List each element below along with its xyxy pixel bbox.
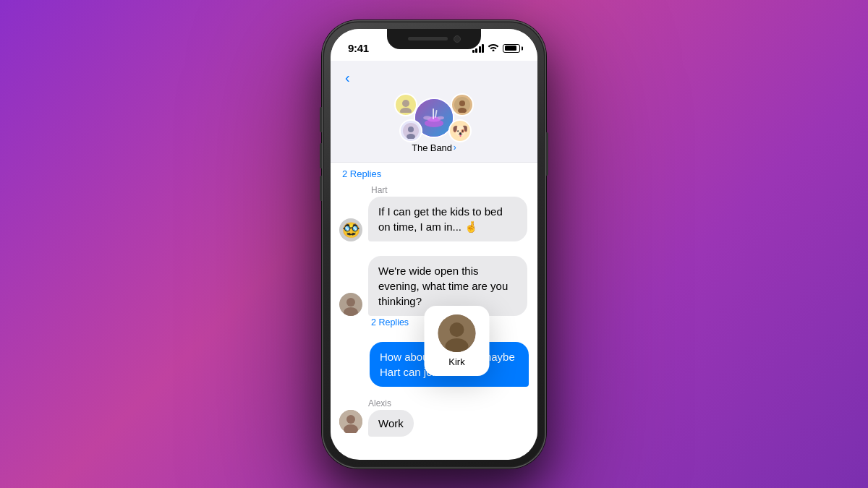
camera	[454, 35, 461, 43]
replies-link-1[interactable]: 2 Replies	[331, 163, 537, 182]
messages-area: 2 Replies Hart 🥸 If I can get the kids t…	[331, 163, 537, 440]
status-time: 9:41	[348, 42, 369, 54]
phone-wrapper: 9:41	[322, 20, 546, 468]
group-name-text: The Band	[412, 142, 452, 153]
group-avatars: 🐶	[391, 93, 477, 142]
group-name[interactable]: The Band ›	[412, 142, 456, 153]
back-button[interactable]: ‹	[342, 67, 353, 89]
phone-screen: 9:41	[331, 29, 537, 460]
svg-point-8	[423, 116, 431, 120]
alexis-row: Alexis Work	[331, 395, 537, 440]
svg-point-3	[459, 100, 465, 106]
header: ‹	[331, 61, 537, 163]
svg-point-22	[450, 322, 464, 337]
svg-point-16	[346, 298, 355, 307]
sender-name-1: Hart	[371, 185, 529, 195]
svg-point-19	[346, 415, 355, 424]
battery-fill	[505, 46, 516, 51]
speaker	[408, 37, 448, 40]
hart-avatar: 🥸	[339, 218, 362, 241]
status-icons	[472, 43, 521, 53]
svg-point-13	[408, 127, 414, 132]
notch	[387, 29, 481, 49]
mention-popup[interactable]: Kirk	[425, 306, 490, 376]
battery-icon	[503, 44, 520, 53]
svg-point-9	[438, 116, 444, 119]
avatar-br: 🐶	[448, 119, 472, 142]
avatar-tr	[451, 93, 474, 116]
wifi-icon	[488, 43, 499, 53]
alexis-content: Alexis Work	[368, 398, 414, 437]
avatar-bl	[399, 119, 422, 142]
svg-point-1	[400, 108, 412, 113]
kirk-name: Kirk	[448, 356, 464, 367]
message-row-1: 🥸 If I can get the kids to bed on time, …	[339, 197, 529, 241]
alexis-name: Alexis	[368, 398, 414, 408]
bubble-1: If I can get the kids to bed on time, I …	[368, 197, 527, 241]
header-top: ‹	[342, 67, 526, 89]
kirk-avatar	[438, 314, 476, 352]
svg-point-0	[402, 100, 409, 107]
svg-rect-10	[433, 108, 434, 119]
group-name-chevron: ›	[454, 142, 456, 153]
unknown-avatar	[339, 293, 362, 316]
message-group-1: Hart 🥸 If I can get the kids to bed on t…	[331, 182, 537, 250]
alexis-avatar	[339, 410, 362, 433]
alexis-bubble: Work	[368, 410, 414, 437]
phone-frame: 9:41	[322, 20, 546, 468]
